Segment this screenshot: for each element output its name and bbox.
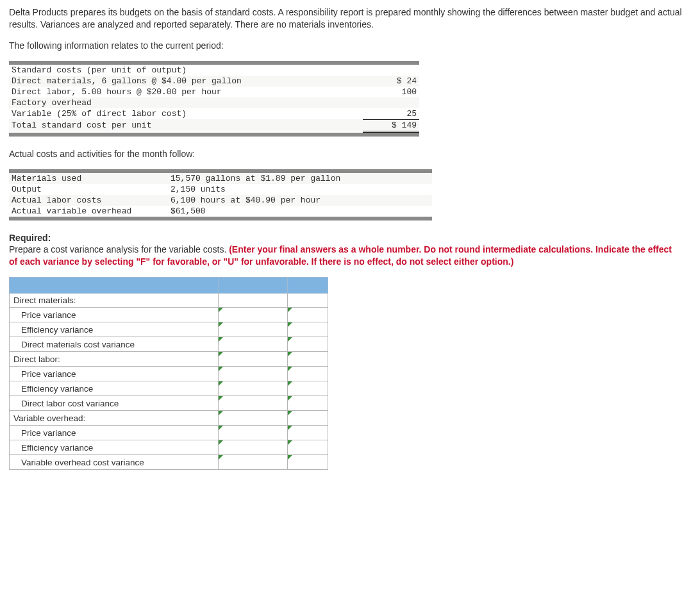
header-blank-1 bbox=[10, 278, 219, 294]
header-blank-3 bbox=[288, 278, 328, 294]
row-dl-header: Direct labor: bbox=[10, 352, 219, 367]
lab-label: Actual labor costs bbox=[9, 195, 168, 206]
dl-price-amount-input[interactable] bbox=[219, 367, 287, 381]
dm-value: $ 24 bbox=[363, 76, 419, 87]
vo-header-fu-select[interactable] bbox=[288, 411, 328, 425]
dl-label: Direct labor, 5.00 hours @ $20.00 per ho… bbox=[9, 87, 363, 97]
ovh-value: $61,500 bbox=[168, 206, 432, 217]
vo-cost-amount-input[interactable] bbox=[219, 455, 287, 469]
dl-header-amount-input[interactable] bbox=[219, 352, 287, 366]
header-blank-2 bbox=[219, 278, 288, 294]
dl-value: 100 bbox=[363, 87, 419, 97]
dm-cost-amount-input[interactable] bbox=[219, 337, 287, 351]
vo-price-fu-select[interactable] bbox=[288, 426, 328, 440]
standard-costs-block: Standard costs (per unit of output) Dire… bbox=[9, 61, 419, 137]
intro-paragraph-1: Delta Products prepares its budgets on t… bbox=[9, 6, 682, 31]
row-dl-cost: Direct labor cost variance bbox=[10, 396, 219, 411]
actuals-block: Materials used 15,570 gallons at $1.89 p… bbox=[9, 169, 432, 221]
row-dm-eff: Efficiency variance bbox=[10, 322, 219, 337]
out-label: Output bbox=[9, 184, 168, 195]
row-vo-eff: Efficiency variance bbox=[10, 440, 219, 455]
intro-paragraph-2: The following information relates to the… bbox=[9, 40, 682, 52]
cell-empty bbox=[219, 294, 288, 308]
vo-eff-fu-select[interactable] bbox=[288, 440, 328, 454]
row-vo-cost: Variable overhead cost variance bbox=[10, 455, 219, 470]
ovh-label: Actual variable overhead bbox=[9, 206, 168, 217]
dm-eff-fu-select[interactable] bbox=[288, 322, 328, 337]
dl-cost-fu-select[interactable] bbox=[288, 396, 328, 410]
row-dl-eff: Efficiency variance bbox=[10, 381, 219, 396]
row-vo-header: Variable overhead: bbox=[10, 411, 219, 426]
dm-eff-amount-input[interactable] bbox=[219, 322, 287, 337]
dl-header-fu-select[interactable] bbox=[288, 352, 328, 366]
variance-answer-table: Direct materials: Price variance Efficie… bbox=[9, 277, 328, 470]
mat-label: Materials used bbox=[9, 173, 168, 184]
vo-price-amount-input[interactable] bbox=[219, 426, 287, 440]
foh-label: Factory overhead bbox=[9, 97, 419, 108]
dm-cost-fu-select[interactable] bbox=[288, 337, 328, 351]
block-bottom-bar bbox=[9, 133, 419, 137]
mat-value: 15,570 gallons at $1.89 per gallon bbox=[168, 173, 432, 184]
required-block: Required: Prepare a cost variance analys… bbox=[9, 232, 682, 269]
actuals-heading: Actual costs and activities for the mont… bbox=[9, 148, 682, 160]
lab-value: 6,100 hours at $40.90 per hour bbox=[168, 195, 432, 206]
vo-cost-fu-select[interactable] bbox=[288, 455, 328, 469]
dl-eff-fu-select[interactable] bbox=[288, 381, 328, 395]
std-header: Standard costs (per unit of output) bbox=[9, 65, 419, 76]
vo-header-amount-input[interactable] bbox=[219, 411, 287, 425]
row-dl-price: Price variance bbox=[10, 367, 219, 381]
out-value: 2,150 units bbox=[168, 184, 432, 195]
total-value: $ 149 bbox=[363, 119, 419, 131]
dl-cost-amount-input[interactable] bbox=[219, 396, 287, 410]
dm-price-amount-input[interactable] bbox=[219, 308, 287, 322]
row-dm-cost: Direct materials cost variance bbox=[10, 337, 219, 352]
total-label: Total standard cost per unit bbox=[9, 119, 363, 131]
required-label: Required: bbox=[9, 233, 51, 243]
row-dm-header: Direct materials: bbox=[10, 294, 219, 308]
row-vo-price: Price variance bbox=[10, 426, 219, 440]
row-dm-price: Price variance bbox=[10, 308, 219, 322]
vo-eff-amount-input[interactable] bbox=[219, 440, 287, 454]
dm-price-fu-select[interactable] bbox=[288, 308, 328, 322]
actuals-bottom-bar bbox=[9, 217, 432, 221]
var-label: Variable (25% of direct labor cost) bbox=[9, 108, 363, 120]
dl-eff-amount-input[interactable] bbox=[219, 381, 287, 395]
var-value: 25 bbox=[363, 108, 419, 120]
dm-label: Direct materials, 6 gallons @ $4.00 per … bbox=[9, 76, 363, 87]
cell-empty bbox=[288, 294, 328, 308]
required-body: Prepare a cost variance analysis for the… bbox=[9, 244, 229, 254]
dl-price-fu-select[interactable] bbox=[288, 367, 328, 381]
